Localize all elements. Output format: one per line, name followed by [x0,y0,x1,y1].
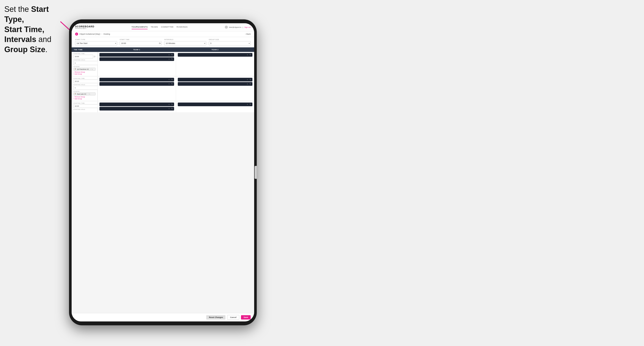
course-tag-2: 🏌 East Lake GC × ✎ [73,92,96,95]
player-row: × ✎ [178,103,252,106]
remove-player-btn[interactable]: × [247,79,248,81]
side-tab [254,166,257,179]
remove-player-btn[interactable]: × [168,79,170,81]
start-type-select[interactable]: 1st Tee Start Shotgun Start [75,41,117,45]
remove-player-btn[interactable]: × [168,58,170,60]
edit-player-btn[interactable]: ✎ [171,108,173,110]
group-3-side: STARTING TIME: ⏱ STARTING HOLE: [72,101,98,112]
hole-stepper-2: ▲ ▼ [73,86,96,90]
user-avatar [225,26,228,29]
start-type-label: Start Type [75,39,117,40]
breadcrumb-tournament: Clippd Invitational (May) [80,33,100,35]
sub-header: C Clippd Invitational (May) › Hosting ‹ … [72,31,254,37]
start-type-group: Start Type 1st Tee Start Shotgun Start [75,39,117,45]
tablet-device: SCOREBOARD Powered by clipp.io TOURNAMEN… [69,19,257,325]
add-group-link-2[interactable]: + Add Group [73,98,96,100]
group-2-row: STARTING TIME: ⏱ STARTING HOLE: ▲ ▼ [72,77,254,101]
player-row: × ✎ [178,78,252,81]
remove-player-btn[interactable]: × [247,54,248,56]
save-button[interactable]: Save [241,315,251,320]
reset-changes-button[interactable]: Reset Changes [206,315,226,320]
group-2-team1: × ✎ × ✎ [98,77,176,101]
starting-time-input-1[interactable] [73,55,93,58]
course-name-1: (A) Peachtree GC [77,68,89,70]
group-1-team1: × ✎ × ✎ [98,52,176,76]
remove-player-btn[interactable]: × [168,83,170,85]
intervals-select-wrapper: 10 Minutes 8 Minutes 12 Minutes [164,41,206,45]
nav-user: blair@clipped.io | Sign out [225,26,251,29]
edit-player-btn[interactable]: ✎ [171,103,173,105]
nav-bar: SCOREBOARD Powered by clipp.io TOURNAMEN… [72,23,254,31]
user-email: blair@clipped.io [229,26,242,28]
sign-out-link[interactable]: Sign out [244,26,251,28]
remove-group-link-2[interactable]: ○ Remove Group [73,96,96,98]
starting-time-input-2[interactable] [73,79,98,83]
group-2-team2: × ✎ × ✎ [176,77,254,101]
group-3-team2: × ✎ [176,101,254,112]
logo-sub: Powered by clipp.io [75,28,94,29]
remove-player-btn[interactable]: × [168,54,170,56]
starting-time-label-2: STARTING TIME: [73,78,96,79]
player-row: × ✎ [100,57,174,61]
starting-time-label-1: STARTING TIME: [73,53,96,54]
group-size-select[interactable]: 3 4 2 [209,41,251,45]
player-row: × ✎ [100,78,174,81]
team1-header: Team 1 [98,47,176,52]
edit-player-btn[interactable]: ✎ [250,54,251,56]
starting-time-input-row-2: ⏱ [73,79,96,83]
filter-row: Start Type 1st Tee Start Shotgun Start S… [72,37,254,47]
nav-tab-rankings[interactable]: RANKINGS [176,25,188,29]
edit-player-btn[interactable]: ✎ [250,79,251,81]
clock-icon-1: ⏱ [94,56,96,58]
tablet-screen: SCOREBOARD Powered by clipp.io TOURNAMEN… [72,23,254,322]
add-group-link-1[interactable]: + Add Group [73,73,96,75]
nav-tabs: TOURNAMENTS TEAMS COMMITTEE RANKINGS [132,25,188,29]
back-button[interactable]: ‹ Back [245,33,251,35]
starting-time-input-3[interactable] [73,104,98,108]
remove-player-btn[interactable]: × [168,108,170,110]
start-time-select[interactable]: 10:00 10:30 [120,41,162,45]
intervals-select[interactable]: 10 Minutes 8 Minutes 12 Minutes [164,41,206,45]
course-name-2: East Lake GC [77,93,86,95]
starting-time-input-row-1: ⏱ [73,55,96,58]
nav-tab-committee[interactable]: COMMITTEE [161,25,174,29]
starting-time-label-3: STARTING TIME: [73,103,96,104]
player-row: × ✎ [178,53,252,57]
course-tag-1: 🏌 (A) Peachtree GC × ✎ [73,68,96,71]
remove-player-btn[interactable]: × [168,103,170,105]
hole-input-1[interactable] [73,61,98,65]
brand-icon: C [75,32,78,35]
edit-player-btn[interactable]: ✎ [171,79,173,81]
breadcrumb: C Clippd Invitational (May) › Hosting [75,32,110,35]
player-row: × ✎ [100,82,174,86]
player-row: × ✎ [100,107,174,111]
remove-player-btn[interactable]: × [247,103,248,105]
breadcrumb-section: Hosting [104,33,110,35]
starting-hole-label-2: STARTING HOLE: [73,84,96,85]
remove-player-btn[interactable]: × [247,83,248,85]
player-row: × ✎ [100,103,174,106]
table-header: Tee Time Team 1 Team 2 [72,47,254,52]
nav-tab-tournaments[interactable]: TOURNAMENTS [132,25,148,29]
footer: Reset Changes Cancel Save [72,313,254,322]
team2-header: Team 2 [176,47,254,52]
group-3-row: STARTING TIME: ⏱ STARTING HOLE: × ✎ [72,101,254,112]
group-1-row: STARTING TIME: ⏱ STARTING HOLE: ▲ ▼ [72,52,254,76]
group-1-side: STARTING TIME: ⏱ STARTING HOLE: ▲ ▼ [72,52,98,76]
edit-player-btn[interactable]: ✎ [250,83,251,85]
nav-tab-teams[interactable]: TEAMS [150,25,158,29]
group-2: STARTING TIME: ⏱ STARTING HOLE: ▲ ▼ [72,77,254,101]
edit-player-btn[interactable]: ✎ [171,83,173,85]
group-size-label: Group Size [209,39,251,40]
player-row: × ✎ [178,82,252,86]
groups-scroll-area[interactable]: STARTING TIME: ⏱ STARTING HOLE: ▲ ▼ [72,52,254,313]
cancel-button[interactable]: Cancel [227,315,239,320]
tee-time-header: Tee Time [72,47,98,52]
edit-player-btn[interactable]: ✎ [250,103,251,105]
group-size-select-wrapper: 3 4 2 [209,41,251,45]
remove-group-link-1[interactable]: ○ Remove Group [73,71,96,73]
group-size-group: Group Size 3 4 2 [209,39,251,45]
edit-player-btn[interactable]: ✎ [171,54,173,56]
hole-input-2[interactable] [73,86,98,90]
edit-player-btn[interactable]: ✎ [171,58,173,60]
